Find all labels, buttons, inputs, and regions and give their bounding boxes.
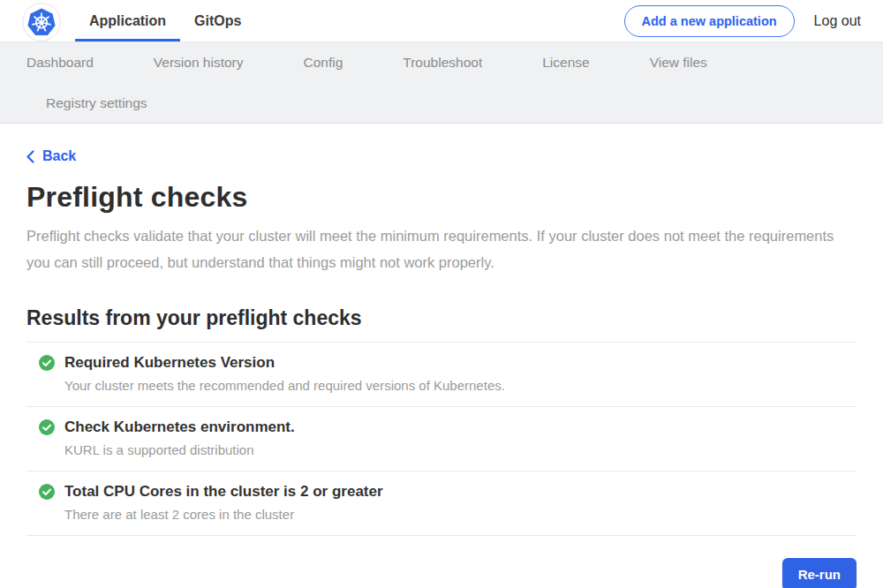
preflight-check-row: Total CPU Cores in the cluster is 2 or g… xyxy=(26,471,857,536)
preflight-results-list: Required Kubernetes Version Your cluster… xyxy=(26,342,857,536)
top-nav: Application GitOps Add a new application… xyxy=(0,0,883,42)
back-chevron-icon xyxy=(26,150,34,163)
results-title: Results from your preflight checks xyxy=(26,306,857,330)
check-head: Required Kubernetes Version xyxy=(26,354,857,372)
tab-application[interactable]: Application xyxy=(75,0,180,41)
preflight-check-row: Check Kubernetes environment. KURL is a … xyxy=(26,407,857,471)
subnav-item-view-files[interactable]: View files xyxy=(650,55,707,71)
check-head: Total CPU Cores in the cluster is 2 or g… xyxy=(26,483,857,501)
actions-row: Re-run xyxy=(26,558,857,588)
kubernetes-logo-icon[interactable] xyxy=(22,3,61,41)
check-circle-icon xyxy=(39,355,55,371)
subnav-row-2: Registry settings xyxy=(46,83,883,124)
subnav-item-license[interactable]: License xyxy=(542,55,589,71)
subnav-item-dashboard[interactable]: Dashboard xyxy=(26,55,94,71)
back-link-label: Back xyxy=(42,148,76,164)
check-circle-icon xyxy=(39,484,55,500)
check-detail: Your cluster meets the recommended and r… xyxy=(64,378,857,393)
check-title: Required Kubernetes Version xyxy=(64,354,275,372)
subnav-item-troubleshoot[interactable]: Troubleshoot xyxy=(403,55,482,71)
check-circle-icon xyxy=(39,419,55,435)
check-detail: KURL is a supported distribution xyxy=(64,442,857,457)
check-detail: There are at least 2 cores in the cluste… xyxy=(64,507,857,522)
add-application-button[interactable]: Add a new application xyxy=(624,5,795,37)
preflight-check-row: Required Kubernetes Version Your cluster… xyxy=(26,343,857,407)
preflight-page: Back Preflight checks Preflight checks v… xyxy=(0,124,883,588)
check-title: Check Kubernetes environment. xyxy=(64,418,295,436)
primary-tabs: Application GitOps xyxy=(75,0,255,41)
back-link[interactable]: Back xyxy=(26,148,76,164)
rerun-button[interactable]: Re-run xyxy=(782,558,857,588)
tab-gitops[interactable]: GitOps xyxy=(180,0,255,41)
check-head: Check Kubernetes environment. xyxy=(26,418,857,436)
subnav-item-config[interactable]: Config xyxy=(304,55,343,71)
topbar-actions: Add a new application Log out xyxy=(624,5,861,37)
check-title: Total CPU Cores in the cluster is 2 or g… xyxy=(64,483,383,501)
subnav-item-registry-settings[interactable]: Registry settings xyxy=(46,95,147,111)
app-subnav: Dashboard Version history Config Trouble… xyxy=(0,42,883,124)
subnav-item-version-history[interactable]: Version history xyxy=(154,55,244,71)
subnav-row-1: Dashboard Version history Config Trouble… xyxy=(26,42,883,83)
logout-link[interactable]: Log out xyxy=(814,13,861,29)
page-description: Preflight checks validate that your clus… xyxy=(26,222,843,275)
page-title: Preflight checks xyxy=(26,181,857,214)
